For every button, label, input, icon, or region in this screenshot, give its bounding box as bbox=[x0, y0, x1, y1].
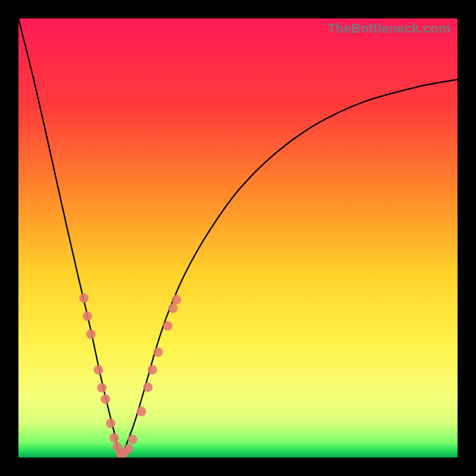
bottleneck-curve bbox=[18, 18, 458, 454]
watermark-text: TheBottleneck.com bbox=[328, 21, 450, 36]
chart-frame: TheBottleneck.com bbox=[0, 0, 476, 476]
marker-dot bbox=[93, 365, 103, 374]
marker-dot bbox=[97, 383, 107, 393]
plot-area: TheBottleneck.com bbox=[18, 18, 458, 458]
marker-dot bbox=[128, 435, 137, 444]
marker-dot bbox=[124, 444, 133, 453]
marker-dot bbox=[83, 311, 92, 321]
marker-dot bbox=[137, 407, 146, 416]
marker-dot bbox=[106, 418, 115, 428]
marker-dot bbox=[101, 394, 110, 404]
curve-layer bbox=[18, 18, 458, 458]
marker-dot bbox=[168, 303, 178, 313]
marker-dot bbox=[148, 365, 157, 374]
marker-dot bbox=[163, 321, 173, 331]
marker-dot bbox=[143, 383, 153, 392]
marker-dot bbox=[109, 433, 119, 443]
marker-dot bbox=[86, 330, 96, 339]
marker-dot bbox=[154, 347, 163, 357]
marker-dot bbox=[79, 293, 89, 303]
marker-dot bbox=[172, 295, 181, 304]
